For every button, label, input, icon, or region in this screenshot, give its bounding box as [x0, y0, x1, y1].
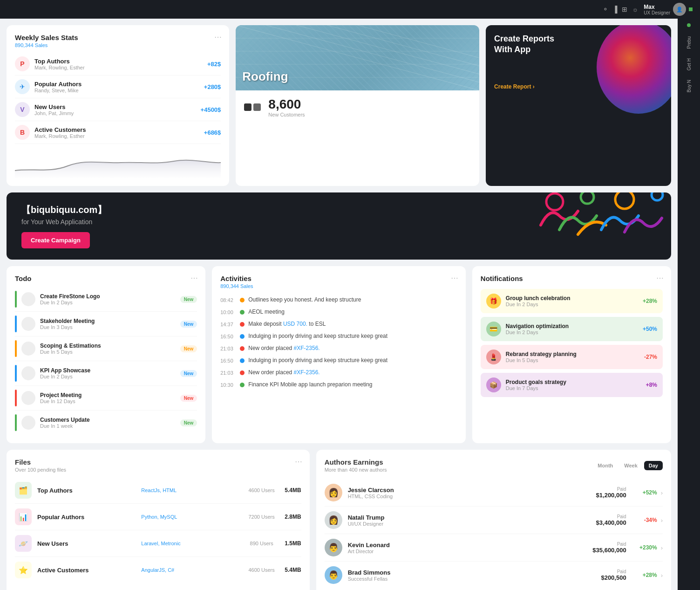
notif-value: -27%	[644, 354, 657, 360]
list-item: Customers Update Due In 1 week New	[15, 411, 197, 435]
list-item: 10:30 Finance KPI Mobile app launch prep…	[220, 378, 457, 391]
grid-icon[interactable]: ⊞	[622, 6, 627, 13]
list-item: Stakeholder Meeting Due In 3 Days New	[15, 312, 197, 336]
campaign-row: 【biqubiquu.com】 for Your Web Application…	[7, 192, 671, 260]
chevron-right-icon[interactable]: ›	[661, 489, 663, 496]
todo-title: Todo	[15, 274, 197, 282]
roofing-card: Roofing 8,600 New Customers	[236, 25, 479, 186]
list-item: 14:37 Make deposit USD 700. to ESL	[220, 318, 457, 330]
act-text: AEOL meeting	[248, 309, 457, 315]
chevron-right-icon[interactable]: ›	[661, 544, 663, 551]
act-dot	[240, 322, 245, 327]
activities-options-icon[interactable]: ⋯	[451, 274, 458, 282]
files-card: Files Over 100 pending files ⋯ 🗂️ Top Au…	[7, 450, 310, 590]
stat-row-new-users: V New Users John, Pat, Jimmy +4500$	[15, 98, 221, 121]
todo-avatar	[21, 366, 35, 380]
list-item: 📊 Popular Authors Python, MySQL 7200 Use…	[15, 504, 301, 530]
todo-badge: New	[180, 321, 197, 328]
weekly-options-icon[interactable]: ⋯	[214, 33, 222, 41]
list-item: 🪐 New Users Laravel, Metronic 890 Users …	[15, 530, 301, 557]
stat-row-active-customers: B Active Customers Mark, Rowling, Esther…	[15, 121, 221, 144]
avatar: 👤	[673, 3, 686, 16]
stats-list: P Top Authors Mark, Rowling, Esther +82$…	[15, 53, 221, 144]
row-2: Todo ⋯ Create FireStone Logo Due In 2 Da…	[7, 266, 671, 443]
todo-avatar	[21, 317, 35, 331]
todo-badge: New	[180, 370, 197, 377]
chevron-right-icon[interactable]: ›	[661, 572, 663, 579]
act-text: Outlines keep you honest. And keep struc…	[248, 296, 457, 303]
brightness-icon[interactable]: ☼	[632, 6, 638, 13]
act-text: New order placed #XF-2356.	[248, 369, 457, 376]
todo-avatar	[21, 342, 35, 356]
campaign-subtitle: for Your Web Application	[21, 218, 656, 226]
stat-value-new-users: +4500$	[201, 106, 221, 113]
list-item: 16:50 Indulging in poorly driving and ke…	[220, 354, 457, 366]
chevron-right-icon[interactable]: ›	[661, 517, 663, 524]
campaign-banner: 【biqubiquu.com】 for Your Web Application…	[7, 192, 671, 260]
activities-title: Activities	[220, 274, 457, 282]
customers-count: 8,600	[268, 97, 305, 112]
notifications-options-icon[interactable]: ⋯	[656, 274, 664, 282]
files-title: Files	[15, 458, 66, 466]
tab-day[interactable]: Day	[644, 461, 663, 470]
file-icon-new-users: 🪐	[15, 535, 32, 552]
todo-card: Todo ⋯ Create FireStone Logo Due In 2 Da…	[7, 266, 205, 443]
todo-badge: New	[180, 296, 197, 303]
todo-indicator	[15, 414, 17, 431]
act-dot	[240, 346, 245, 351]
user-role: UX Designer	[644, 10, 670, 15]
list-item: 10:00 AEOL meeting	[220, 306, 457, 318]
new-users-icon: V	[15, 102, 30, 117]
author-avatar: 👩	[325, 511, 342, 529]
roofing-icons	[244, 103, 261, 111]
create-campaign-button[interactable]: Create Campaign	[21, 232, 90, 248]
act-dot	[240, 358, 245, 363]
list-item: 🎁 Group lunch celebration Due In 2 Days …	[481, 289, 663, 313]
notif-icon-product: 📦	[486, 377, 501, 392]
todo-options-icon[interactable]: ⋯	[190, 274, 198, 282]
stat-value-popular: +280$	[204, 83, 221, 90]
activities-list: 08:42 Outlines keep you honest. And keep…	[220, 294, 457, 391]
stat-row-top-authors: P Top Authors Mark, Rowling, Esther +82$	[15, 53, 221, 75]
active-customers-icon: B	[15, 125, 30, 140]
list-item: 👨 Kevin Leonard Art Director Paid $35,60…	[325, 534, 663, 562]
tab-week[interactable]: Week	[619, 461, 642, 470]
list-item: 21:03 New order placed #XF-2356.	[220, 342, 457, 354]
panel-item-prebu[interactable]: Prebu	[686, 36, 692, 49]
panel-item-buyn[interactable]: Buy N	[686, 80, 692, 92]
notif-icon-nav: 💳	[486, 322, 501, 336]
notifications-title: Notifications	[481, 274, 663, 282]
earnings-header: Authors Earnings More than 400 new autho…	[325, 458, 663, 473]
author-avatar: 👨	[325, 539, 342, 556]
create-report-link[interactable]: Create Report ›	[494, 83, 663, 90]
period-tabs: Month Week Day	[593, 461, 663, 470]
stat-name-active: Active Customers	[34, 126, 204, 133]
list-item: 21:03 New order placed #XF-2356.	[220, 366, 457, 378]
todo-indicator	[15, 340, 17, 357]
act-dot	[240, 310, 245, 315]
sq-light	[253, 103, 261, 111]
topbar: ⚬ ▐ ⊞ ☼ Max UX Designer 👤	[0, 0, 700, 19]
list-item: 💳 Navigation optimization Due In 2 Days …	[481, 317, 663, 341]
list-item: KPI App Showcase Due In 2 Days New	[15, 361, 197, 386]
authors-list: 👩 Jessie Clarcson HTML, CSS Coding Paid …	[325, 479, 663, 589]
panel-item-geth[interactable]: Get H	[686, 58, 692, 70]
search-icon[interactable]: ⚬	[603, 6, 608, 13]
campaign-title: 【biqubiquu.com】	[21, 204, 656, 216]
stat-name-new-users: New Users	[34, 103, 201, 110]
list-item: ⭐ Active Customers AngularJS, C# 4600 Us…	[15, 557, 301, 583]
weekly-sales-card: Weekly Sales Stats 890,344 Sales ⋯ P Top…	[7, 25, 229, 186]
tab-month[interactable]: Month	[593, 461, 618, 470]
act-text: Finance KPI Mobile app launch preparion …	[248, 381, 457, 388]
customers-label: New Customers	[268, 112, 305, 117]
svg-point-11	[581, 192, 594, 204]
stat-name-top-authors: Top Authors	[34, 58, 207, 65]
notif-value: +8%	[646, 382, 657, 388]
notifications-list: 🎁 Group lunch celebration Due In 2 Days …	[481, 289, 663, 397]
stat-authors-new: John, Pat, Jimmy	[34, 110, 201, 116]
activities-subtitle: 890,344 Sales	[220, 283, 457, 289]
files-options-icon[interactable]: ⋯	[295, 457, 302, 466]
row-3: Files Over 100 pending files ⋯ 🗂️ Top Au…	[7, 450, 671, 590]
top-authors-icon: P	[15, 56, 30, 71]
stat-value-active: +686$	[204, 129, 221, 136]
